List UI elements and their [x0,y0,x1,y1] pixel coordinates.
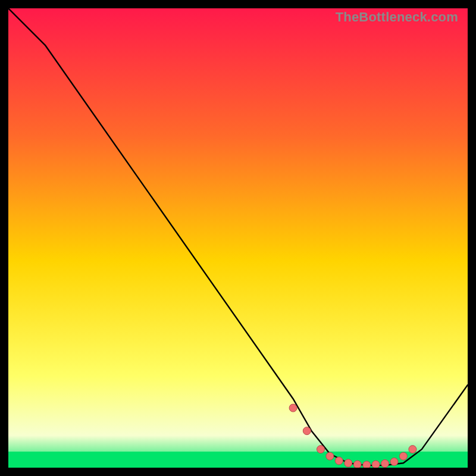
curve-marker [303,427,311,435]
curve-marker [409,446,416,453]
gradient-background [8,8,468,468]
curve-marker [335,457,343,465]
curve-marker [390,458,398,466]
curve-marker [317,446,325,453]
curve-marker [372,461,380,468]
curve-marker [326,452,334,460]
curve-marker [345,459,352,467]
curve-marker [381,460,389,468]
curve-marker [363,461,371,468]
curve-marker [353,461,361,468]
watermark-text: TheBottleneck.com [336,10,458,25]
curve-marker [289,404,297,412]
chart-frame: TheBottleneck.com [8,8,468,468]
optimal-band [8,452,468,468]
curve-marker [399,452,407,460]
bottleneck-chart [8,8,468,468]
